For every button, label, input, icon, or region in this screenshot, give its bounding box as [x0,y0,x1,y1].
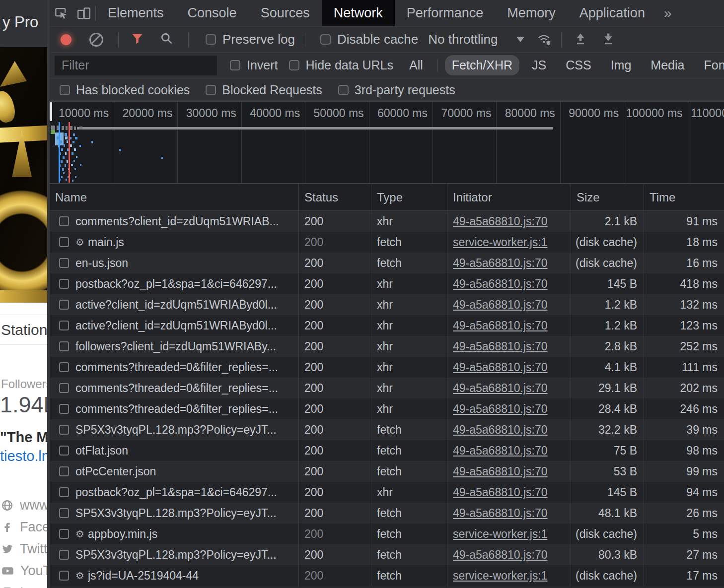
request-checkbox[interactable] [59,341,69,351]
social-link-instagram[interactable]: Instag [0,582,50,588]
request-row[interactable]: postback?oz_pl=1&spa=1&ci=646297...200xh… [50,482,724,503]
clear-button[interactable] [89,33,103,47]
type-filter-media[interactable]: Media [644,55,691,75]
column-header-initiator[interactable]: Initiator [447,184,571,210]
request-checkbox[interactable] [59,279,69,289]
disable-cache-checkbox[interactable] [320,34,331,45]
column-header-size[interactable]: Size [571,184,644,210]
request-row[interactable]: active?client_id=zdUqm51WRIAByd0l...200x… [50,294,724,315]
request-initiator-link[interactable]: 49-a5a68810.js:70 [453,298,548,312]
request-initiator-link[interactable]: service-worker.js:1 [453,527,547,541]
request-initiator-link[interactable]: 49-a5a68810.js:70 [453,507,548,520]
request-initiator-link[interactable]: 49-a5a68810.js:70 [453,402,548,416]
invert-checkbox[interactable] [230,60,240,70]
social-link-youtube[interactable]: YouTu [0,560,50,582]
network-overview-timeline[interactable]: 10000 ms20000 ms30000 ms40000 ms50000 ms… [50,102,724,184]
more-tabs-button[interactable]: » [657,5,679,21]
request-initiator-link[interactable]: 49-a5a68810.js:70 [453,465,548,478]
request-checkbox[interactable] [59,237,69,247]
request-checkbox[interactable] [59,529,69,539]
tab-network[interactable]: Network [322,0,395,26]
request-checkbox[interactable] [59,300,69,310]
tab-performance[interactable]: Performance [395,0,496,26]
import-har-icon[interactable] [574,32,587,48]
tab-memory[interactable]: Memory [495,0,568,26]
record-button[interactable] [61,34,72,45]
request-initiator-link[interactable]: service-worker.js:1 [453,569,547,583]
request-checkbox[interactable] [59,466,69,476]
export-har-icon[interactable] [601,32,615,48]
request-row[interactable]: otPcCenter.json200fetch49-a5a68810.js:70… [50,461,724,482]
column-header-name[interactable]: Name [50,184,299,210]
third-party-requests-checkbox[interactable] [338,85,349,95]
blocked-requests-checkbox[interactable] [206,85,216,95]
device-toolbar-button[interactable] [72,0,95,26]
request-row[interactable]: SP5X3v3tyqPL.128.mp3?Policy=eyJT...200fe… [50,503,724,523]
request-row[interactable]: comments?threaded=0&filter_replies=...20… [50,357,724,378]
column-header-type[interactable]: Type [371,184,447,210]
request-row[interactable]: ⚙js?id=UA-2519404-44200fetchservice-work… [50,565,724,586]
request-row[interactable]: active?client_id=zdUqm51WRIAByd0l...200x… [50,315,724,336]
type-filter-img[interactable]: Img [604,55,639,75]
request-initiator-link[interactable]: 49-a5a68810.js:70 [453,486,548,499]
request-checkbox[interactable] [59,425,69,435]
request-checkbox[interactable] [59,216,69,226]
request-initiator-link[interactable]: 49-a5a68810.js:70 [453,340,548,353]
request-initiator-link[interactable]: 49-a5a68810.js:70 [453,277,548,291]
tab-elements[interactable]: Elements [96,0,176,26]
request-checkbox[interactable] [59,362,69,372]
request-initiator-link[interactable]: 49-a5a68810.js:70 [453,215,548,228]
request-initiator-link[interactable]: 49-a5a68810.js:70 [453,548,548,562]
hide-data-urls-checkbox[interactable] [289,60,299,70]
request-initiator-link[interactable]: 49-a5a68810.js:70 [453,257,548,270]
tab-sources[interactable]: Sources [249,0,322,26]
request-initiator-link[interactable]: service-worker.js:1 [453,236,547,249]
filter-toggle-icon[interactable] [131,32,144,47]
request-checkbox[interactable] [59,571,69,581]
request-row[interactable]: en-us.json200fetch49-a5a68810.js:70(disk… [50,253,724,273]
request-initiator-link[interactable]: 49-a5a68810.js:70 [453,444,548,457]
request-checkbox[interactable] [59,508,69,518]
social-link-twitter[interactable]: Twitte [0,538,50,560]
request-checkbox[interactable] [59,258,69,268]
type-filter-font[interactable]: Font [697,55,724,75]
request-checkbox[interactable] [59,487,69,497]
request-row[interactable]: comments?threaded=0&filter_replies=...20… [50,378,724,398]
social-link-website[interactable]: www.t [0,494,50,516]
request-checkbox[interactable] [59,383,69,393]
request-row[interactable]: postback?oz_pl=1&spa=1&ci=646297...200xh… [50,273,724,294]
request-initiator-link[interactable]: 49-a5a68810.js:70 [453,382,548,395]
type-filter-fetch-xhr[interactable]: Fetch/XHR [445,55,519,75]
request-initiator-link[interactable]: 49-a5a68810.js:70 [453,319,548,332]
bio-link[interactable]: tiesto.lnk [0,448,50,464]
column-header-time[interactable]: Time [644,184,724,210]
request-checkbox[interactable] [59,446,69,456]
request-row[interactable]: comments?client_id=zdUqm51WRIAB...200xhr… [50,211,724,232]
request-initiator-link[interactable]: 49-a5a68810.js:70 [453,361,548,374]
tab-application[interactable]: Application [568,0,657,26]
request-row[interactable]: ⚙main.js200fetchservice-worker.js:1(disk… [50,232,724,253]
has-blocked-cookies-checkbox[interactable] [60,85,70,95]
chevron-down-icon[interactable] [516,37,524,42]
type-filter-js[interactable]: JS [525,55,553,75]
type-filter-all[interactable]: All [402,55,430,75]
column-header-status[interactable]: Status [299,184,371,210]
tab-console[interactable]: Console [176,0,249,26]
request-row[interactable]: followers?client_id=zdUqm51WRIABy...200x… [50,336,724,357]
station-label[interactable]: Station [1,322,47,338]
social-link-facebook[interactable]: Faceb [0,516,50,538]
type-filter-css[interactable]: CSS [559,55,598,75]
request-checkbox[interactable] [59,321,69,330]
preserve-log-checkbox[interactable] [206,34,216,45]
request-row[interactable]: ⚙appboy.min.js200fetchservice-worker.js:… [50,523,724,544]
request-checkbox[interactable] [59,550,69,560]
search-icon[interactable] [160,32,173,47]
filter-input[interactable] [55,56,217,75]
request-row[interactable]: comments?threaded=0&filter_replies=...20… [50,398,724,419]
request-row[interactable]: SP5X3v3tyqPL.128.mp3?Policy=eyJT...200fe… [50,419,724,440]
request-initiator-link[interactable]: 49-a5a68810.js:70 [453,423,548,437]
network-conditions-icon[interactable] [536,31,553,48]
throttling-select[interactable]: No throttling [428,32,498,47]
request-checkbox[interactable] [59,404,69,414]
inspect-element-button[interactable] [50,0,72,26]
